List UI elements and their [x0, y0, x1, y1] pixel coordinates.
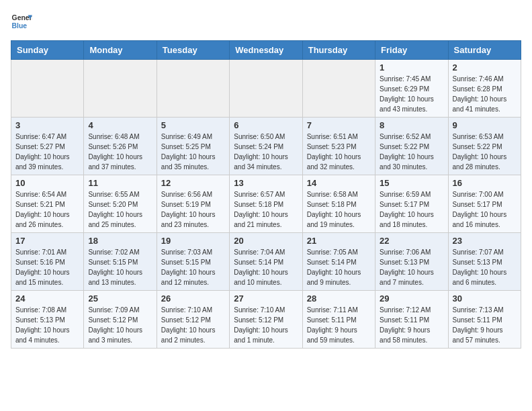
day-cell	[157, 60, 229, 118]
week-row-3: 10Sunrise: 6:54 AM Sunset: 5:21 PM Dayli…	[11, 175, 521, 233]
day-number: 9	[453, 120, 517, 130]
day-number: 15	[380, 178, 443, 188]
week-row-2: 3Sunrise: 6:47 AM Sunset: 5:27 PM Daylig…	[11, 118, 521, 175]
header-cell-saturday: Saturday	[448, 41, 521, 60]
day-cell: 27Sunrise: 7:10 AM Sunset: 5:12 PM Dayli…	[230, 291, 302, 349]
day-info: Sunrise: 6:55 AM Sunset: 5:20 PM Dayligh…	[88, 189, 152, 230]
day-info: Sunrise: 7:06 AM Sunset: 5:13 PM Dayligh…	[380, 247, 443, 287]
week-row-4: 17Sunrise: 7:01 AM Sunset: 5:16 PM Dayli…	[11, 233, 521, 291]
day-cell: 15Sunrise: 6:59 AM Sunset: 5:17 PM Dayli…	[375, 175, 448, 233]
day-cell: 17Sunrise: 7:01 AM Sunset: 5:16 PM Dayli…	[11, 233, 84, 291]
day-info: Sunrise: 7:12 AM Sunset: 5:11 PM Dayligh…	[380, 305, 443, 345]
day-info: Sunrise: 6:52 AM Sunset: 5:22 PM Dayligh…	[380, 132, 443, 172]
day-number: 17	[15, 236, 79, 246]
day-info: Sunrise: 6:50 AM Sunset: 5:24 PM Dayligh…	[234, 132, 298, 172]
day-number: 30	[453, 293, 517, 304]
day-cell: 9Sunrise: 6:53 AM Sunset: 5:22 PM Daylig…	[448, 118, 521, 175]
day-number: 11	[88, 178, 152, 188]
day-number: 14	[307, 178, 371, 188]
day-number: 28	[307, 293, 371, 304]
day-info: Sunrise: 6:48 AM Sunset: 5:26 PM Dayligh…	[88, 132, 152, 172]
day-number: 4	[88, 120, 152, 130]
day-info: Sunrise: 6:53 AM Sunset: 5:22 PM Dayligh…	[453, 132, 517, 172]
day-number: 27	[234, 293, 298, 304]
day-cell: 1Sunrise: 7:45 AM Sunset: 6:29 PM Daylig…	[375, 60, 448, 118]
day-cell: 8Sunrise: 6:52 AM Sunset: 5:22 PM Daylig…	[375, 118, 448, 175]
day-number: 10	[15, 178, 79, 188]
day-cell: 21Sunrise: 7:05 AM Sunset: 5:14 PM Dayli…	[302, 233, 375, 291]
day-info: Sunrise: 7:02 AM Sunset: 5:15 PM Dayligh…	[88, 247, 152, 287]
day-cell: 14Sunrise: 6:58 AM Sunset: 5:18 PM Dayli…	[302, 175, 375, 233]
day-cell: 10Sunrise: 6:54 AM Sunset: 5:21 PM Dayli…	[11, 175, 84, 233]
day-info: Sunrise: 7:45 AM Sunset: 6:29 PM Dayligh…	[380, 74, 443, 114]
calendar-table: SundayMondayTuesdayWednesdayThursdayFrid…	[11, 40, 521, 349]
day-info: Sunrise: 7:05 AM Sunset: 5:14 PM Dayligh…	[307, 247, 371, 287]
day-info: Sunrise: 6:47 AM Sunset: 5:27 PM Dayligh…	[15, 132, 79, 172]
day-number: 12	[161, 178, 225, 188]
day-cell: 29Sunrise: 7:12 AM Sunset: 5:11 PM Dayli…	[375, 291, 448, 349]
day-number: 18	[88, 236, 152, 246]
day-cell: 5Sunrise: 6:49 AM Sunset: 5:25 PM Daylig…	[157, 118, 229, 175]
day-number: 24	[15, 293, 79, 304]
day-number: 16	[453, 178, 517, 188]
day-cell	[230, 60, 302, 118]
day-cell	[11, 60, 84, 118]
day-cell: 7Sunrise: 6:51 AM Sunset: 5:23 PM Daylig…	[302, 118, 375, 175]
day-cell	[84, 60, 157, 118]
day-cell: 3Sunrise: 6:47 AM Sunset: 5:27 PM Daylig…	[11, 118, 84, 175]
day-number: 8	[380, 120, 443, 130]
day-number: 23	[453, 236, 517, 246]
day-info: Sunrise: 7:03 AM Sunset: 5:15 PM Dayligh…	[161, 247, 225, 287]
day-info: Sunrise: 7:08 AM Sunset: 5:13 PM Dayligh…	[15, 305, 79, 345]
day-info: Sunrise: 6:51 AM Sunset: 5:23 PM Dayligh…	[307, 132, 371, 172]
day-cell	[302, 60, 375, 118]
day-info: Sunrise: 6:59 AM Sunset: 5:17 PM Dayligh…	[380, 189, 443, 230]
calendar-body: 1Sunrise: 7:45 AM Sunset: 6:29 PM Daylig…	[11, 60, 521, 349]
day-info: Sunrise: 7:04 AM Sunset: 5:14 PM Dayligh…	[234, 247, 298, 287]
day-info: Sunrise: 7:46 AM Sunset: 6:28 PM Dayligh…	[453, 74, 517, 114]
day-info: Sunrise: 7:10 AM Sunset: 5:12 PM Dayligh…	[161, 305, 225, 345]
day-cell: 19Sunrise: 7:03 AM Sunset: 5:15 PM Dayli…	[157, 233, 229, 291]
day-cell: 16Sunrise: 7:00 AM Sunset: 5:17 PM Dayli…	[448, 175, 521, 233]
calendar-header: SundayMondayTuesdayWednesdayThursdayFrid…	[11, 41, 521, 60]
day-info: Sunrise: 7:07 AM Sunset: 5:13 PM Dayligh…	[453, 247, 517, 287]
day-info: Sunrise: 6:56 AM Sunset: 5:19 PM Dayligh…	[161, 189, 225, 230]
day-number: 29	[380, 293, 443, 304]
day-cell: 13Sunrise: 6:57 AM Sunset: 5:18 PM Dayli…	[230, 175, 302, 233]
day-info: Sunrise: 6:58 AM Sunset: 5:18 PM Dayligh…	[307, 189, 371, 230]
logo: General Blue	[11, 11, 32, 32]
day-number: 1	[380, 62, 443, 73]
day-cell: 26Sunrise: 7:10 AM Sunset: 5:12 PM Dayli…	[157, 291, 229, 349]
day-info: Sunrise: 7:01 AM Sunset: 5:16 PM Dayligh…	[15, 247, 79, 287]
day-info: Sunrise: 6:54 AM Sunset: 5:21 PM Dayligh…	[15, 189, 79, 230]
day-number: 7	[307, 120, 371, 130]
day-number: 5	[161, 120, 225, 130]
day-cell: 2Sunrise: 7:46 AM Sunset: 6:28 PM Daylig…	[448, 60, 521, 118]
day-info: Sunrise: 7:13 AM Sunset: 5:11 PM Dayligh…	[453, 305, 517, 345]
day-cell: 4Sunrise: 6:48 AM Sunset: 5:26 PM Daylig…	[84, 118, 157, 175]
day-cell: 24Sunrise: 7:08 AM Sunset: 5:13 PM Dayli…	[11, 291, 84, 349]
day-info: Sunrise: 7:09 AM Sunset: 5:12 PM Dayligh…	[88, 305, 152, 345]
day-number: 19	[161, 236, 225, 246]
day-info: Sunrise: 6:57 AM Sunset: 5:18 PM Dayligh…	[234, 189, 298, 230]
header-row: SundayMondayTuesdayWednesdayThursdayFrid…	[11, 41, 521, 60]
day-number: 2	[453, 62, 517, 73]
week-row-5: 24Sunrise: 7:08 AM Sunset: 5:13 PM Dayli…	[11, 291, 521, 349]
day-info: Sunrise: 7:00 AM Sunset: 5:17 PM Dayligh…	[453, 189, 517, 230]
header-cell-thursday: Thursday	[302, 41, 375, 60]
header-cell-monday: Monday	[84, 41, 157, 60]
header-cell-tuesday: Tuesday	[157, 41, 229, 60]
day-cell: 23Sunrise: 7:07 AM Sunset: 5:13 PM Dayli…	[448, 233, 521, 291]
day-cell: 11Sunrise: 6:55 AM Sunset: 5:20 PM Dayli…	[84, 175, 157, 233]
day-cell: 18Sunrise: 7:02 AM Sunset: 5:15 PM Dayli…	[84, 233, 157, 291]
day-number: 25	[88, 293, 152, 304]
day-cell: 22Sunrise: 7:06 AM Sunset: 5:13 PM Dayli…	[375, 233, 448, 291]
day-cell: 28Sunrise: 7:11 AM Sunset: 5:11 PM Dayli…	[302, 291, 375, 349]
svg-text:Blue: Blue	[12, 22, 28, 30]
day-cell: 12Sunrise: 6:56 AM Sunset: 5:19 PM Dayli…	[157, 175, 229, 233]
page-header: General Blue	[11, 11, 521, 32]
header-cell-wednesday: Wednesday	[230, 41, 302, 60]
header-cell-sunday: Sunday	[11, 41, 84, 60]
day-cell: 6Sunrise: 6:50 AM Sunset: 5:24 PM Daylig…	[230, 118, 302, 175]
day-cell: 30Sunrise: 7:13 AM Sunset: 5:11 PM Dayli…	[448, 291, 521, 349]
